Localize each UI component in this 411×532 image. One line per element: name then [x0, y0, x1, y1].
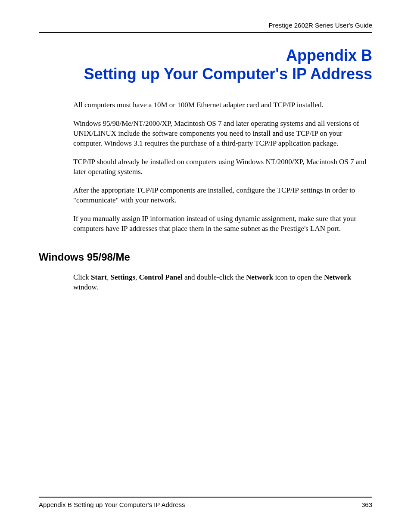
body-content: All computers must have a 10M or 100M Et… [39, 100, 372, 233]
section-heading-windows9598me: Windows 95/98/Me [39, 251, 372, 263]
paragraph-3: TCP/IP should already be installed on co… [73, 157, 372, 177]
page-footer: Appendix B Setting up Your Computer's IP… [39, 497, 372, 508]
instruction-paragraph: Click Start, Settings, Control Panel and… [39, 273, 372, 292]
text-segment: and double-click the [183, 273, 246, 281]
bold-start: Start [91, 273, 107, 281]
page-header: Prestige 2602R Series User's Guide [39, 22, 372, 33]
text-segment: window. [73, 283, 98, 291]
paragraph-4: After the appropriate TCP/IP components … [73, 186, 372, 205]
text-segment: Click [73, 273, 91, 281]
paragraph-1: All computers must have a 10M or 100M Et… [73, 100, 372, 110]
text-segment: , [135, 273, 139, 281]
appendix-label: Appendix B [39, 46, 372, 65]
bold-network-icon: Network [246, 273, 273, 281]
bold-settings: Settings [110, 273, 135, 281]
guide-title: Prestige 2602R Series User's Guide [269, 22, 372, 29]
text-segment: icon to open the [273, 273, 324, 281]
paragraph-5: If you manually assign IP information in… [73, 214, 372, 234]
title-block: Appendix B Setting up Your Computer's IP… [39, 46, 372, 83]
appendix-title: Setting up Your Computer's IP Address [39, 65, 372, 83]
paragraph-2: Windows 95/98/Me/NT/2000/XP, Macintosh O… [73, 119, 372, 149]
bold-network-window: Network [324, 273, 351, 281]
footer-page-number: 363 [361, 501, 372, 508]
footer-left: Appendix B Setting up Your Computer's IP… [39, 501, 185, 508]
bold-control-panel: Control Panel [139, 273, 183, 281]
document-page: Prestige 2602R Series User's Guide Appen… [0, 0, 411, 532]
